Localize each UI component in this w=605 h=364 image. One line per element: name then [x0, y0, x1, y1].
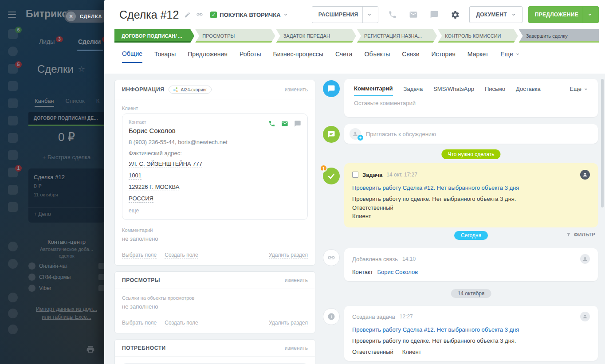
deal-content: ИНФОРМАЦИЯ AI24-скоринг изменить Клиент … — [104, 74, 605, 364]
tab-general[interactable]: Общие — [122, 50, 142, 63]
phone-button[interactable] — [384, 6, 401, 23]
task-responsible-label: Ответственный — [352, 204, 590, 212]
info-section-title: ИНФОРМАЦИЯ — [122, 86, 164, 93]
settings-button[interactable] — [447, 6, 464, 23]
plus-icon: + — [358, 135, 363, 141]
event-author-avatar[interactable] — [580, 312, 590, 321]
contact-address-line-1[interactable]: УЛ. С. ЭЙЗЕНШТЕЙНА 777 — [129, 160, 202, 168]
chevron-down-icon — [588, 12, 592, 17]
call-contact-icon[interactable] — [268, 120, 275, 127]
tab-invoices[interactable]: Счета — [335, 50, 353, 63]
tab-market[interactable]: Маркет — [468, 50, 488, 63]
tab-more[interactable]: Еще — [500, 50, 520, 63]
tab-history[interactable]: История — [432, 50, 456, 63]
invite-label: Пригласить к обсуждению — [366, 131, 436, 137]
needs-edit-link[interactable]: изменить — [285, 345, 308, 351]
tab-robots[interactable]: Роботы — [240, 50, 261, 63]
link-added-card: Добавлена связь 14:10 Контакт Борис Соко… — [344, 248, 598, 281]
contact-card: Контакт Борис Соколов 8 (903) 236-55-44,… — [122, 114, 308, 220]
offer-button[interactable]: ПРЕДЛОЖЕНИЕ — [528, 6, 599, 23]
funnel-selector[interactable]: ✓ ПОКУПКА ВТОРИЧКА — [210, 12, 287, 18]
views-section: ПРОСМОТРЫ изменить Ссылки на объекты про… — [114, 271, 315, 333]
contact-name[interactable]: Борис Соколов — [129, 127, 301, 134]
timeline-tab-task[interactable]: Задача — [404, 85, 423, 96]
chat-contact-icon[interactable] — [294, 120, 301, 127]
stage-registration[interactable]: РЕГИСТРАЦИЯ НАЗНА... — [357, 29, 437, 43]
channel-buttons — [384, 6, 464, 23]
date-pill: 14 октября — [451, 289, 491, 298]
info-create-field-link[interactable]: Создать поле — [165, 252, 198, 258]
stage-commission-control[interactable]: КОНТРОЛЬ КОМИССИИ — [438, 29, 518, 43]
contact-address-line-2[interactable]: 1001 — [129, 172, 141, 180]
funnel-name: ПОКУПКА ВТОРИЧКА — [220, 12, 280, 18]
task-timeline-card: Задача 14 окт, 17:27 Проверить работу Сд… — [344, 163, 598, 227]
tab-objects[interactable]: Объекты — [365, 50, 390, 63]
slider-label-chip: × СДЕЛКА — [64, 10, 108, 23]
tab-links[interactable]: Связи — [402, 50, 419, 63]
task-author-avatar[interactable] — [580, 170, 590, 180]
created-task-link[interactable]: Проверить работу Сделка #12. Нет выбранн… — [352, 326, 590, 333]
invite-to-discussion[interactable]: + Пригласить к обсуждению — [344, 124, 598, 144]
timeline-info-icon — [323, 308, 340, 325]
event-author-avatar[interactable] — [580, 254, 590, 264]
molecule-icon — [173, 87, 178, 92]
task-checkbox[interactable] — [352, 172, 358, 178]
document-button[interactable]: ДОКУМЕНТ — [469, 6, 522, 23]
tab-offers[interactable]: Предложения — [188, 50, 228, 63]
contact-more-link[interactable]: еще — [129, 207, 139, 214]
contact-address-line-3[interactable]: 129226 Г. МОСКВА — [129, 184, 179, 191]
stage-deposit[interactable]: ЗАДАТОК ПЕРЕДАН — [276, 29, 356, 43]
edit-title-icon[interactable] — [184, 12, 191, 18]
mail-button[interactable] — [405, 6, 422, 23]
deal-header: Сделка #12 ✓ ПОКУПКА ВТОРИЧКА РАСШИРЕНИЯ — [104, 0, 605, 23]
extensions-button[interactable]: РАСШИРЕНИЯ — [312, 6, 379, 23]
deal-title[interactable]: Сделка #12 — [119, 8, 179, 21]
timeline-tab-sms[interactable]: SMS/WhatsApp — [433, 85, 474, 96]
comment-input[interactable]: Оставьте комментарий — [344, 96, 598, 110]
copy-link-icon[interactable] — [196, 11, 203, 18]
tab-products[interactable]: Товары — [154, 50, 176, 63]
timeline-tab-more[interactable]: Еще — [570, 85, 588, 96]
views-empty-value[interactable]: не заполнено — [122, 303, 308, 310]
timeline-invite-icon — [323, 126, 340, 143]
timeline-tab-comment[interactable]: Комментарий — [354, 85, 393, 96]
ai-scoring-badge[interactable]: AI24-скоринг — [169, 86, 211, 94]
stage-viewings[interactable]: ПРОСМОТРЫ — [195, 29, 275, 43]
close-icon[interactable]: × — [66, 12, 76, 21]
info-edit-link[interactable]: изменить — [285, 86, 308, 93]
task-counter-badge: 1 — [320, 164, 327, 172]
views-edit-link[interactable]: изменить — [285, 277, 308, 283]
views-delete-section-link[interactable]: Удалить раздел — [269, 320, 308, 326]
timeline-scrollbar[interactable] — [601, 79, 604, 207]
comment-empty-value[interactable]: не заполнено — [122, 235, 308, 242]
linked-contact-link[interactable]: Борис Соколов — [377, 269, 418, 275]
stage-finish-deal[interactable]: Завершить сделку — [519, 29, 599, 43]
views-field-label: Ссылки на объекты просмотров — [122, 295, 308, 301]
slider-label: СДЕЛКА — [80, 14, 102, 19]
tab-bizproc[interactable]: Бизнес-процессы — [273, 50, 323, 63]
chevron-down-icon — [584, 87, 588, 91]
contact-phone-email[interactable]: 8 (903) 236-55-44, boris@newtech.net — [129, 139, 301, 145]
filter-button[interactable]: Фильтр — [566, 232, 595, 237]
task-title-link[interactable]: Проверить работу Сделка #12. Нет выбранн… — [352, 184, 590, 191]
task-responsible-value: Клиент — [352, 212, 590, 221]
timeline-link-icon — [323, 249, 340, 266]
created-task-body: Проверить работу по сделке. Нет выбранно… — [352, 337, 590, 345]
chat-button[interactable] — [426, 6, 443, 23]
info-delete-section-link[interactable]: Удалить раздел — [269, 252, 308, 258]
views-select-field-link[interactable]: Выбрать поле — [122, 320, 157, 326]
timeline-tab-mail[interactable]: Письмо — [485, 85, 505, 96]
header-actions: РАСШИРЕНИЯ ДОКУМЕНТ — [312, 6, 599, 23]
event-title: Добавлена связь — [352, 256, 398, 262]
chevron-down-icon — [283, 12, 288, 17]
info-select-field-link[interactable]: Выбрать поле — [122, 252, 157, 258]
timeline-tab-delivery[interactable]: Доставка — [516, 85, 541, 96]
email-contact-icon[interactable] — [281, 120, 288, 127]
views-create-field-link[interactable]: Создать поле — [165, 320, 198, 326]
contact-address-line-4[interactable]: РОССИЯ — [129, 195, 153, 203]
comment-field-label: Комментарий — [122, 227, 308, 233]
deal-tabs: Общие Товары Предложения Роботы Бизнес-п… — [104, 43, 605, 63]
stage-contract-signed[interactable]: ДОГОВОР ПОДПИСАН/ ... — [114, 29, 194, 43]
views-section-title: ПРОСМОТРЫ — [122, 277, 160, 283]
info-section: ИНФОРМАЦИЯ AI24-скоринг изменить Клиент … — [114, 80, 315, 266]
